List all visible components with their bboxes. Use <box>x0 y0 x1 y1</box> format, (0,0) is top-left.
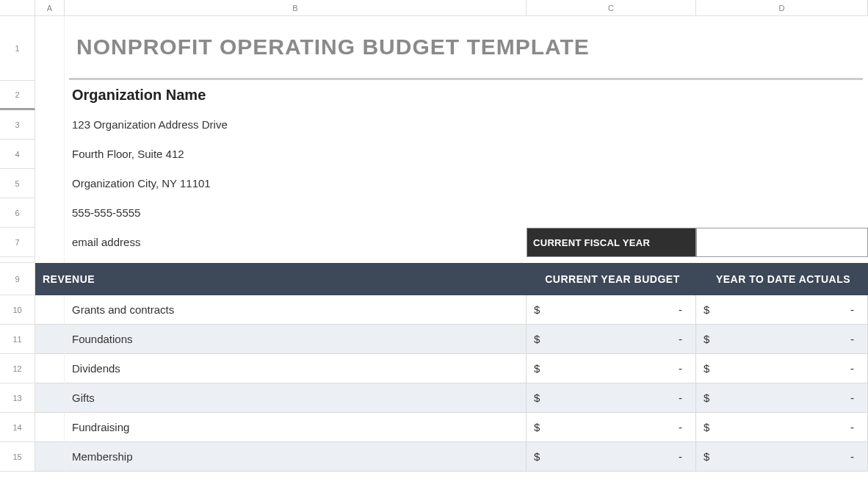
revenue-row-gifts[interactable]: Gifts <box>65 383 527 413</box>
cell-d2[interactable] <box>696 81 868 110</box>
row-header-5[interactable]: 5 <box>0 169 35 198</box>
value-dash: - <box>679 421 682 433</box>
cell-c6[interactable] <box>527 198 696 228</box>
col-header-c[interactable]: C <box>527 0 696 16</box>
budget-fundraising[interactable]: $- <box>527 413 696 442</box>
currency-symbol: $ <box>534 303 540 316</box>
currency-symbol: $ <box>534 392 540 404</box>
cell-a15[interactable] <box>35 442 65 472</box>
row-header-11[interactable]: 11 <box>0 325 35 354</box>
value-dash: - <box>850 333 854 345</box>
row-header-9[interactable]: 9 <box>0 263 35 295</box>
currency-symbol: $ <box>534 450 540 463</box>
budget-membership[interactable]: $- <box>527 442 696 472</box>
revenue-row-membership[interactable]: Membership <box>65 442 527 472</box>
value-dash: - <box>679 333 682 345</box>
value-dash: - <box>850 450 854 463</box>
cell-a4[interactable] <box>35 140 65 169</box>
cell-b1-title[interactable]: NONPROFIT OPERATING BUDGET TEMPLATE <box>65 16 868 81</box>
currency-symbol: $ <box>704 421 709 433</box>
actuals-membership[interactable]: $- <box>696 442 868 472</box>
cell-a6[interactable] <box>35 198 65 228</box>
row-header-6[interactable]: 6 <box>0 198 35 228</box>
cell-d8[interactable] <box>696 257 868 263</box>
revenue-row-grants[interactable]: Grants and contracts <box>65 295 527 325</box>
currency-symbol: $ <box>704 333 709 345</box>
fiscal-year-label[interactable]: CURRENT FISCAL YEAR <box>527 228 696 257</box>
spreadsheet-grid: A B C D 1 NONPROFIT OPERATING BUDGET TEM… <box>0 0 868 472</box>
cell-d4[interactable] <box>696 140 868 169</box>
org-city[interactable]: Organization City, NY 11101 <box>65 169 527 198</box>
cell-b8[interactable] <box>65 257 527 263</box>
value-dash: - <box>850 303 854 316</box>
row-header-13[interactable]: 13 <box>0 383 35 413</box>
value-dash: - <box>679 362 682 375</box>
cell-a10[interactable] <box>35 295 65 325</box>
budget-gifts[interactable]: $- <box>527 383 696 413</box>
cell-c2[interactable] <box>527 81 696 110</box>
budget-foundations[interactable]: $- <box>527 325 696 354</box>
cell-c5[interactable] <box>527 169 696 198</box>
currency-symbol: $ <box>534 421 540 433</box>
revenue-row-dividends[interactable]: Dividends <box>65 354 527 383</box>
revenue-section-header[interactable]: REVENUE <box>35 263 527 295</box>
row-header-7[interactable]: 7 <box>0 228 35 257</box>
currency-symbol: $ <box>534 333 540 345</box>
cell-d6[interactable] <box>696 198 868 228</box>
actuals-fundraising[interactable]: $- <box>696 413 868 442</box>
col-header-d[interactable]: D <box>696 0 868 16</box>
row-header-1[interactable]: 1 <box>0 16 35 81</box>
actuals-foundations[interactable]: $- <box>696 325 868 354</box>
org-name[interactable]: Organization Name <box>65 81 527 110</box>
col-header-a[interactable]: A <box>35 0 65 16</box>
row-header-10[interactable]: 10 <box>0 295 35 325</box>
cell-a7[interactable] <box>35 228 65 257</box>
cell-a14[interactable] <box>35 413 65 442</box>
actuals-gifts[interactable]: $- <box>696 383 868 413</box>
budget-grants[interactable]: $- <box>527 295 696 325</box>
cell-a1[interactable] <box>35 16 65 81</box>
cell-c8[interactable] <box>527 257 696 263</box>
org-address-1[interactable]: 123 Organization Address Drive <box>65 110 527 140</box>
cell-c4[interactable] <box>527 140 696 169</box>
currency-symbol: $ <box>704 362 709 375</box>
value-dash: - <box>679 392 682 404</box>
value-dash: - <box>679 303 682 316</box>
value-dash: - <box>679 450 682 463</box>
page-title: NONPROFIT OPERATING BUDGET TEMPLATE <box>69 16 863 80</box>
actuals-grants[interactable]: $- <box>696 295 868 325</box>
row-header-12[interactable]: 12 <box>0 354 35 383</box>
cell-a12[interactable] <box>35 354 65 383</box>
col-header-budget[interactable]: CURRENT YEAR BUDGET <box>527 263 696 295</box>
select-all-corner[interactable] <box>0 0 35 16</box>
value-dash: - <box>850 392 854 404</box>
cell-a8[interactable] <box>35 257 65 263</box>
budget-dividends[interactable]: $- <box>527 354 696 383</box>
revenue-row-foundations[interactable]: Foundations <box>65 325 527 354</box>
row-header-3[interactable]: 3 <box>0 110 35 140</box>
currency-symbol: $ <box>704 392 709 404</box>
cell-a5[interactable] <box>35 169 65 198</box>
cell-a11[interactable] <box>35 325 65 354</box>
cell-a13[interactable] <box>35 383 65 413</box>
cell-a2[interactable] <box>35 81 65 110</box>
row-header-4[interactable]: 4 <box>0 140 35 169</box>
org-address-2[interactable]: Fourth Floor, Suite 412 <box>65 140 527 169</box>
org-email[interactable]: email address <box>65 228 527 257</box>
value-dash: - <box>850 421 854 433</box>
cell-d5[interactable] <box>696 169 868 198</box>
actuals-dividends[interactable]: $- <box>696 354 868 383</box>
org-phone[interactable]: 555-555-5555 <box>65 198 527 228</box>
cell-c3[interactable] <box>527 110 696 140</box>
row-header-8[interactable] <box>0 257 35 263</box>
cell-a3[interactable] <box>35 110 65 140</box>
currency-symbol: $ <box>704 450 709 463</box>
cell-d3[interactable] <box>696 110 868 140</box>
col-header-actuals[interactable]: YEAR TO DATE ACTUALS <box>696 263 868 295</box>
row-header-2[interactable]: 2 <box>0 81 35 110</box>
row-header-14[interactable]: 14 <box>0 413 35 442</box>
fiscal-year-value[interactable] <box>696 228 868 257</box>
col-header-b[interactable]: B <box>65 0 527 16</box>
row-header-15[interactable]: 15 <box>0 442 35 472</box>
revenue-row-fundraising[interactable]: Fundraising <box>65 413 527 442</box>
